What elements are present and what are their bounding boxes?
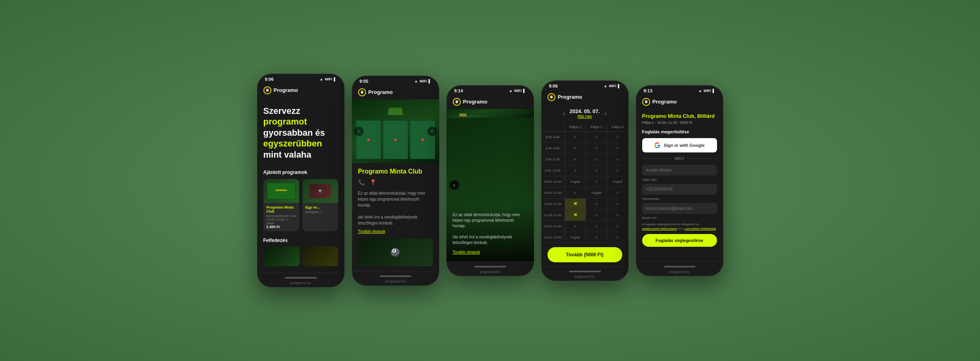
row-1000: 10:00–10:30 Foglalt + Foglalt (541, 176, 629, 187)
header-p2: Pálya 2 (586, 123, 607, 131)
terms-link-2[interactable]: szerződési feltételeket (685, 227, 716, 230)
wifi-icon-5: WiFi (703, 89, 711, 93)
app-header-5: ⏰ Programo (636, 95, 723, 109)
app-name-5: Programo (653, 99, 677, 105)
hero-line4: egyszerűbben (263, 139, 322, 148)
cal-date: 2024. 05. 07. Mai nap (570, 108, 600, 119)
battery-icon-4: ▌ (618, 84, 620, 88)
slot-1130-p3[interactable]: + (607, 210, 628, 221)
discover-item-1[interactable] (263, 246, 300, 266)
card-subtitle-1: Székesfehérvár • ma 11:30–12:30 • 1 pály… (267, 214, 296, 225)
booking-btn[interactable]: Tovább (5000 Ft) (547, 247, 622, 262)
discover-item-2[interactable] (302, 246, 338, 266)
app-name-2: Programo (368, 89, 393, 95)
time-1230: 12:30–13:00 (541, 232, 565, 243)
row-1230: 12:30–13:00 Foglalt + + (541, 232, 629, 243)
venue-description: Ez az oldal demonstrációja, hogy mire ké… (358, 190, 433, 226)
footer-text-4: programo.hu (575, 275, 595, 279)
phone-icon: 📞 (358, 179, 365, 185)
overlay-description: Ez az oldal demonstrációja, hogy mire ké… (453, 212, 528, 246)
venue-icons-row: 📞 📍 (358, 179, 433, 185)
footer-text-5: programo.hu (669, 270, 690, 274)
logo-icon-2: ⏰ (358, 88, 366, 96)
carousel-next-btn[interactable]: › (427, 127, 437, 136)
cal-next[interactable]: › (604, 110, 606, 117)
google-logo (654, 142, 660, 148)
app-name-3: Programo (463, 99, 487, 105)
row-1030: 10:30–11:00 + Foglalt + (541, 187, 629, 199)
phone-4: 9:06 ▲ WiFi ▌ ⏰ Programo ‹ 2024. 05. 07.… (541, 80, 629, 281)
confirm-btn[interactable]: Foglalás véglegesítése (642, 234, 717, 247)
slot-1100-p1[interactable]: ✕ (565, 199, 586, 209)
slot-1230-p3[interactable]: + (607, 232, 628, 243)
home-indicator-5 (664, 266, 696, 267)
time-900: 9:00–9:30 (541, 154, 565, 165)
status-bar-1: 9:06 ▲ WiFi ▌ (257, 74, 345, 83)
slot-930-p3[interactable]: + (607, 165, 628, 176)
slot-930-p1[interactable]: + (565, 165, 586, 176)
slot-800-p2[interactable]: + (586, 132, 607, 142)
read-more-link[interactable]: Tovább olvasok (358, 229, 433, 234)
slot-900-p1[interactable]: + (565, 154, 586, 165)
slot-1230-p2[interactable]: + (586, 232, 607, 243)
hero-line5: mint valaha (263, 150, 312, 160)
status-bar-4: 9:06 ▲ WiFi ▌ (541, 80, 629, 90)
card-image-2: 🎱 (302, 179, 338, 203)
footer-text-3: programo.hu (480, 270, 500, 274)
footer-4: programo.hu (541, 266, 629, 281)
slot-1030-p3[interactable]: + (607, 187, 628, 198)
slot-900-p3[interactable]: + (607, 154, 628, 165)
phone-label: Telefonszám (642, 197, 717, 201)
email-input[interactable] (642, 203, 717, 214)
slot-1000-p2[interactable]: + (586, 176, 607, 187)
card-2[interactable]: 🎱 Egy ve... Budapest, f... (302, 179, 338, 231)
signal-icon-3: ▲ (509, 89, 512, 93)
slot-1100-p3[interactable]: + (607, 199, 628, 209)
time-1: 9:06 (265, 77, 274, 82)
slot-1200-p3[interactable]: + (607, 221, 628, 232)
google-sign-btn[interactable]: Sign in with Google (642, 138, 717, 152)
slot-830-p3[interactable]: + (607, 143, 628, 154)
overlay-read-more[interactable]: Tovább olvasok (453, 250, 480, 254)
slot-1200-p2[interactable]: + (586, 221, 607, 232)
slot-830-p1[interactable]: + (565, 143, 586, 154)
slot-830-p2[interactable]: + (586, 143, 607, 154)
slot-1130-p2[interactable]: + (586, 210, 607, 221)
time-1030: 10:30–11:00 (541, 187, 565, 198)
slot-1030-p1[interactable]: + (565, 187, 586, 198)
slot-1130-p1[interactable]: ✕ (565, 210, 586, 221)
hero-headline: Szervezz programot gyorsabban és egyszer… (263, 105, 338, 160)
slot-900-p2[interactable]: + (586, 154, 607, 165)
conf-detail: Pálya 1 - 10:30–11:30 - 9500 Ft (642, 121, 717, 125)
card-image-1 (263, 179, 299, 203)
slot-1100-p2[interactable]: + (586, 199, 607, 209)
slot-930-p2[interactable]: + (586, 165, 607, 176)
slot-1000-p1: Foglalt (565, 176, 586, 187)
phone3-bg (446, 109, 534, 118)
card-1[interactable]: Programo Minta Club Székesfehérvár • ma … (263, 179, 299, 231)
slot-800-p1[interactable]: + (565, 132, 586, 142)
phone-5: 9:13 ▲ WiFi ▌ ⏰ Programo Programo Minta … (636, 85, 723, 276)
phone-input[interactable] (642, 184, 717, 195)
signal-icon-2: ▲ (414, 79, 418, 83)
slot-1200-p1[interactable]: + (565, 221, 586, 232)
app-name-1: Programo (274, 87, 298, 93)
location-icon: 📍 (370, 179, 376, 185)
terms-link-1[interactable]: adatkezelési tájékoztatót (642, 227, 677, 230)
full-name-input[interactable] (642, 165, 717, 176)
cal-prev[interactable]: ‹ (563, 110, 565, 117)
discover-grid (263, 246, 338, 266)
nav-next-btn[interactable]: › (450, 180, 459, 190)
lamp-a (459, 113, 467, 117)
cal-today[interactable]: Mai nap (570, 114, 600, 119)
battery-icon-2: ▌ (429, 79, 431, 83)
wifi-icon-2: WiFi (419, 79, 427, 83)
calendar-header: ‹ 2024. 05. 07. Mai nap › (541, 104, 629, 123)
slot-800-p3[interactable]: + (607, 132, 628, 142)
full-name-label: Teljes Név (642, 178, 717, 181)
hero-line3: gyorsabban és (263, 128, 325, 138)
row-930: 9:30–10:00 + + + (541, 165, 629, 176)
footer-2: programo.hu (352, 271, 439, 286)
status-bar-3: 9:14 ▲ WiFi ▌ (446, 85, 534, 95)
carousel-prev-btn[interactable]: ‹ (354, 127, 364, 136)
